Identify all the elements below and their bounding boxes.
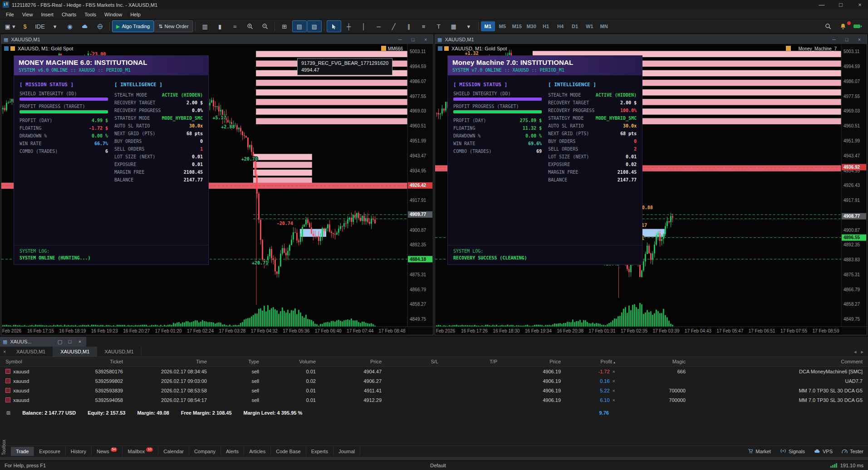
toolbox-tab-mailbox[interactable]: Mailbox10: [123, 447, 158, 456]
toolbox-tab-calendar[interactable]: Calendar: [158, 447, 189, 456]
vertical-line-icon[interactable]: │: [357, 20, 371, 32]
column-symbol[interactable]: Symbol: [2, 359, 70, 364]
menu-help[interactable]: Help: [126, 12, 145, 17]
algo-trading-button[interactable]: ▶Algo Trading: [112, 20, 154, 32]
ide-button[interactable]: IDE: [33, 20, 47, 32]
toolbox-tab-exposure[interactable]: Exposure: [34, 447, 65, 456]
menu-file[interactable]: File: [2, 12, 18, 17]
scroll-left-icon[interactable]: ◂: [854, 349, 857, 355]
corner-button-vps[interactable]: VPS: [809, 448, 837, 455]
community-icon[interactable]: [93, 20, 107, 32]
timeframe-m30[interactable]: M30: [525, 21, 539, 31]
corner-button-signals[interactable]: Signals: [775, 448, 809, 455]
text-label-icon[interactable]: T: [432, 20, 446, 32]
chart-close-button[interactable]: ×: [854, 37, 864, 42]
objects-dropdown-icon[interactable]: ▾: [461, 20, 476, 32]
menu-insert[interactable]: Insert: [37, 12, 58, 17]
toolbox-tab-code-base[interactable]: Code Base: [271, 447, 306, 456]
column-ticket[interactable]: Ticket: [70, 359, 127, 364]
maximize-button[interactable]: □: [833, 0, 849, 10]
column-profit[interactable]: Profit▴: [564, 359, 619, 364]
menu-view[interactable]: View: [18, 12, 37, 17]
cloud-icon[interactable]: [78, 20, 92, 32]
menu-window[interactable]: Window: [100, 12, 126, 17]
column-type[interactable]: Type: [211, 359, 263, 364]
timeframe-m1[interactable]: M1: [481, 21, 495, 31]
menu-charts[interactable]: Charts: [58, 12, 80, 17]
close-button[interactable]: ×: [852, 0, 868, 10]
channel-icon[interactable]: ∥: [402, 20, 416, 32]
position-row[interactable]: xauusd53925938392026.02.17 08:53:58sell0…: [0, 386, 868, 395]
profile-selector[interactable]: Default: [430, 463, 446, 468]
column-tp[interactable]: T/P: [442, 359, 501, 364]
timeframe-d1[interactable]: D1: [568, 21, 582, 31]
column-time[interactable]: Time: [127, 359, 211, 364]
toolbox-tab-experts[interactable]: Experts: [306, 447, 333, 456]
column-comment[interactable]: Comment: [689, 359, 866, 364]
search-icon[interactable]: [821, 20, 835, 32]
close-icon[interactable]: ×: [0, 349, 9, 354]
chart-maximize-button[interactable]: □: [842, 37, 852, 42]
menu-tools[interactable]: Tools: [80, 12, 100, 17]
timeframe-h4[interactable]: H4: [554, 21, 568, 31]
layout-dropdown-icon[interactable]: ▾: [48, 20, 62, 32]
timeframe-h1[interactable]: H1: [539, 21, 553, 31]
close-position-button[interactable]: ×: [613, 397, 615, 403]
new-order-button[interactable]: ⇅New Order: [154, 20, 192, 32]
toolbox-chart-tab[interactable]: XAUUSD,M1: [97, 347, 141, 357]
toolbox-tab-journal[interactable]: Journal: [333, 447, 360, 456]
corner-button-market[interactable]: Market: [743, 448, 775, 455]
chart-minimize-button[interactable]: ─: [829, 37, 839, 42]
line-chart-icon[interactable]: ≈: [228, 20, 242, 32]
column-volume[interactable]: Volume: [263, 359, 319, 364]
candlestick-chart-icon[interactable]: ▮: [213, 20, 227, 32]
chart-area[interactable]: MONEY MACHINE 6.0: INSTITUTIONALSYSTEM v…: [1, 44, 433, 335]
chart-maximize-button[interactable]: □: [408, 37, 418, 42]
position-row[interactable]: xauusd53925940582026.02.17 08:54:17sell0…: [0, 395, 868, 405]
position-row[interactable]: xauusd53925998022026.02.17 09:03:00sell0…: [0, 376, 868, 386]
close-position-button[interactable]: ×: [613, 378, 615, 384]
cursor-icon[interactable]: [327, 20, 341, 32]
fibonacci-icon[interactable]: ≡: [417, 20, 431, 32]
zoom-in-icon[interactable]: [243, 20, 257, 32]
close-position-button[interactable]: ×: [613, 369, 615, 374]
crosshair-icon[interactable]: ┼: [342, 20, 356, 32]
close-position-button[interactable]: ×: [613, 388, 615, 393]
connection-status[interactable]: 191.10 ms: [830, 463, 863, 469]
chart-minimize-button[interactable]: ─: [395, 37, 405, 42]
docked-chart-caption[interactable]: ▦ XAUUS... ▢ □ ×: [0, 337, 86, 347]
toolbox-tab-history[interactable]: History: [66, 447, 92, 456]
broadcast-icon[interactable]: ◉: [63, 20, 77, 32]
expand-icon[interactable]: ⊞: [6, 410, 10, 416]
toolbox-tab-trade[interactable]: Trade: [11, 447, 34, 456]
bar-chart-icon[interactable]: ▥: [198, 20, 212, 32]
minimize-button[interactable]: —: [814, 0, 830, 10]
timeframe-m15[interactable]: M15: [510, 21, 524, 31]
toolbox-tab-articles[interactable]: Articles: [244, 447, 271, 456]
shapes-icon[interactable]: ▦: [446, 20, 461, 32]
horizontal-line-icon[interactable]: ─: [372, 20, 386, 32]
zoom-out-icon[interactable]: [258, 20, 272, 32]
objects-window-icon[interactable]: ▧: [307, 20, 322, 32]
close-icon[interactable]: ×: [76, 339, 83, 344]
chart-close-button[interactable]: ×: [421, 37, 431, 42]
tile-windows-icon[interactable]: ⊞: [277, 20, 292, 32]
notifications-icon[interactable]: [836, 20, 850, 32]
timeframe-mn[interactable]: MN: [597, 21, 611, 31]
indicators-window-icon[interactable]: ▤: [292, 20, 307, 32]
chart-area[interactable]: Money Machine 7.0: INSTITUTIONALSYSTEM v…: [435, 44, 867, 335]
toolbox-chart-tab[interactable]: XAUUSD,M1: [9, 347, 53, 357]
timeframe-w1[interactable]: W1: [583, 21, 597, 31]
toolbox-tab-company[interactable]: Company: [189, 447, 221, 456]
timeframe-m5[interactable]: M5: [495, 21, 510, 31]
toolbox-tab-news[interactable]: News54: [92, 447, 123, 456]
toolbox-chart-tab[interactable]: XAUUSD,M1: [53, 347, 97, 357]
column-price[interactable]: Price: [319, 359, 385, 364]
maximize-icon[interactable]: □: [66, 339, 74, 344]
column-price[interactable]: Price: [501, 359, 564, 364]
trendline-icon[interactable]: ╱: [387, 20, 401, 32]
toolbox-tab-alerts[interactable]: Alerts: [221, 447, 244, 456]
column-magic[interactable]: Magic: [619, 359, 689, 364]
column-sl[interactable]: S/L: [385, 359, 442, 364]
popout-icon[interactable]: ▢: [56, 339, 64, 345]
